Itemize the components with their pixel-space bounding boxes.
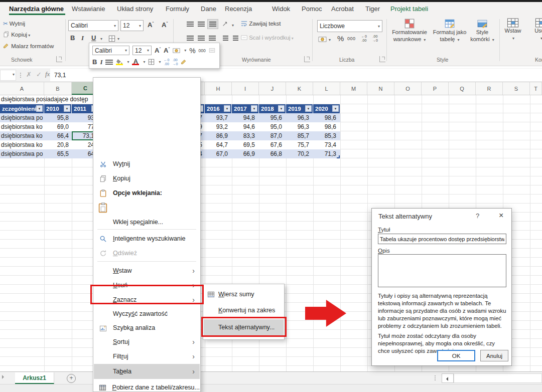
align-top-icon[interactable]	[187, 21, 194, 28]
mini-fill-color-dropdown[interactable]: ▾	[127, 60, 129, 64]
number-format-select[interactable]: Liczbowe▾	[317, 20, 382, 32]
tab-projekt-tabeli[interactable]: Projekt tabeli	[390, 5, 428, 13]
cut-button[interactable]: ✂ Wytnij	[3, 20, 25, 27]
column-header-K[interactable]: K	[286, 82, 313, 95]
column-header-A[interactable]: A	[0, 82, 44, 95]
schowek-dialog-launcher[interactable]	[56, 56, 62, 62]
tab-acrobat[interactable]: Acrobat	[331, 5, 354, 13]
mini-comma-button[interactable]: 000	[199, 48, 206, 53]
align-left-icon[interactable]	[187, 35, 194, 42]
shrink-font-button[interactable]: Aˇ	[162, 21, 168, 29]
percent-style-button[interactable]: %	[337, 34, 344, 43]
submenu-item-alt-text[interactable]: Tekst alternatywny...	[204, 319, 284, 335]
font-size-select[interactable]: 12▾	[120, 20, 144, 31]
menu-item-refresh[interactable]: Odśwież	[94, 246, 200, 260]
tab-pomoc[interactable]: Pomoc	[302, 5, 322, 13]
tab-dane[interactable]: Dane	[201, 5, 216, 13]
menu-item-sort[interactable]: Sortuj›	[94, 335, 200, 349]
submenu-item-total-row[interactable]: Wiersz sumy	[204, 287, 284, 301]
sheet-tab-arkusz1[interactable]: Arkusz1	[15, 372, 54, 384]
column-header-Q[interactable]: Q	[449, 82, 476, 95]
dialog-help-button[interactable]: ?	[476, 212, 479, 220]
mini-shrink-font-button[interactable]: Aˇ	[164, 47, 170, 54]
mini-grow-font-button[interactable]: Aˆ	[155, 47, 161, 54]
sheet-nav-icon[interactable]	[2, 375, 6, 379]
menu-item-select[interactable]: Zaznacz›	[94, 293, 200, 307]
mini-italic-button[interactable]: I	[100, 58, 102, 66]
italic-button[interactable]: I	[81, 34, 84, 42]
name-box[interactable]: ▾	[0, 70, 16, 81]
tab-tiger[interactable]: Tiger	[365, 5, 380, 13]
mini-font-color-button[interactable]: A	[132, 59, 139, 65]
menu-item-table[interactable]: Tabela›	[94, 364, 200, 379]
column-header-P[interactable]: P	[422, 82, 449, 95]
mini-percent-button[interactable]: %	[189, 47, 195, 55]
mini-increase-decimal-button[interactable]: ←0.00	[164, 58, 170, 66]
bold-button[interactable]: B	[70, 34, 75, 42]
format-as-table-button[interactable]: Formatuj jakotabelę ▾	[431, 18, 469, 43]
mini-merge-icon[interactable]	[209, 47, 215, 54]
menu-item-copy[interactable]: Kopiuj	[94, 171, 200, 185]
column-header-H[interactable]: H	[205, 82, 232, 95]
add-sheet-button[interactable]: +	[67, 374, 76, 383]
confirm-entry-icon[interactable]: ✓	[36, 71, 42, 78]
column-header-L[interactable]: L	[313, 82, 340, 95]
mini-accounting-dropdown[interactable]: ▾	[184, 48, 186, 53]
tab-recenzja[interactable]: Recenzja	[225, 5, 252, 13]
mini-borders-dropdown[interactable]: ▾	[159, 60, 161, 64]
alt-title-input[interactable]	[378, 234, 506, 244]
wrap-text-button[interactable]: Zawijaj tekst	[241, 21, 281, 27]
merge-center-button[interactable]: Scal i wyśrodkuj▾	[241, 35, 294, 41]
tab-formuly[interactable]: Formuły	[166, 5, 189, 13]
decrease-decimal-button[interactable]: .00→0	[372, 35, 378, 42]
align-middle-icon[interactable]	[198, 21, 205, 28]
comma-style-button[interactable]: 000	[347, 36, 356, 41]
menu-item-smart-lookup[interactable]: Inteligentne wyszukiwanie	[94, 232, 200, 246]
ok-button[interactable]: OK	[437, 350, 475, 361]
menu-item-get-data-from-table[interactable]: Pobierz dane z tabeli/zakresu...	[94, 380, 200, 392]
mini-decrease-decimal-button[interactable]: .00→0	[172, 58, 178, 66]
font-name-select[interactable]: Calibri▾	[68, 20, 118, 31]
align-bottom-icon[interactable]	[208, 20, 218, 29]
column-header-R[interactable]: R	[476, 82, 503, 95]
column-header-I[interactable]: I	[232, 82, 259, 95]
borders-dropdown[interactable]: ▾	[116, 35, 119, 41]
submenu-item-convert-to-range[interactable]: Konwertuj na zakres	[204, 303, 284, 317]
liczba-dialog-launcher[interactable]	[379, 56, 385, 62]
format-painter-button[interactable]: Malarz formatów	[3, 43, 54, 49]
column-header-J[interactable]: J	[259, 82, 286, 95]
wyrownanie-dialog-launcher[interactable]	[304, 56, 310, 62]
fx-icon[interactable]: fx	[45, 70, 50, 78]
mini-fill-color-button[interactable]	[116, 59, 123, 65]
menu-item-filter[interactable]: Filtruj›	[94, 349, 200, 363]
column-header-B[interactable]: B	[44, 82, 72, 95]
underline-button[interactable]: U	[91, 34, 96, 42]
column-header-S[interactable]: S	[503, 82, 530, 95]
insert-cells-button[interactable]: Wstaw▾	[502, 18, 524, 42]
copy-button[interactable]: Kopiuj▾	[3, 31, 30, 38]
cancel-button[interactable]: Anuluj	[480, 350, 508, 361]
column-header-M[interactable]: M	[340, 82, 367, 95]
menu-item-paste-option-keep[interactable]	[94, 201, 200, 215]
cancel-entry-icon[interactable]: ✗	[26, 71, 32, 78]
mini-align-icon[interactable]	[105, 60, 113, 65]
mini-bold-button[interactable]: B	[92, 58, 97, 66]
increase-indent-icon[interactable]	[233, 35, 238, 42]
borders-icon[interactable]	[108, 35, 115, 42]
increase-decimal-button[interactable]: ←0.00	[361, 35, 367, 42]
accounting-dropdown[interactable]: ▾	[328, 36, 331, 42]
dialog-close-icon[interactable]: ×	[499, 211, 503, 220]
align-right-icon[interactable]	[209, 35, 216, 42]
cell-styles-button[interactable]: Stylekomórki ▾	[467, 18, 498, 43]
delete-cells-button[interactable]: Usuń▾	[527, 18, 542, 42]
alt-description-textarea[interactable]	[378, 254, 506, 287]
column-header-O[interactable]: O	[394, 82, 422, 95]
tab-widok[interactable]: Widok	[272, 5, 290, 13]
align-center-icon[interactable]	[198, 35, 205, 42]
menu-item-insert[interactable]: Wstaw›	[94, 264, 200, 278]
tab-wstawianie[interactable]: Wstawianie	[72, 5, 105, 13]
grow-font-button[interactable]: Aˆ	[148, 21, 154, 29]
column-header-T[interactable]: T	[530, 82, 542, 95]
mini-font-size-select[interactable]: 12▾	[132, 46, 152, 55]
menu-item-quick-analysis[interactable]: Szybka analiza	[94, 321, 200, 335]
